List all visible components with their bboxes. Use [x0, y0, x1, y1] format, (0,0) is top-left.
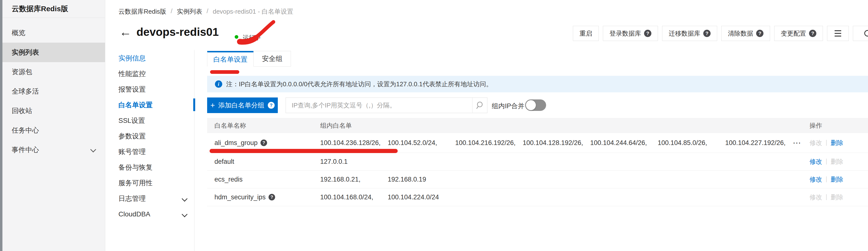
subnav-item-label: 报警设置 [118, 85, 146, 94]
menu-button[interactable] [827, 26, 849, 41]
more-ips-ellipsis[interactable]: ⋯ [793, 141, 802, 145]
sidebar-item[interactable]: 实例列表 [2, 43, 105, 62]
console-page: 云数据库Redis版 概览实例列表资源包全球多活回收站任务中心事件中心 云数据库… [0, 0, 868, 251]
subnav-item[interactable]: CloudDBA [118, 207, 191, 222]
modify-link[interactable]: 修改 [809, 157, 822, 166]
delete-link: 删除 [831, 157, 843, 166]
page-title: devops-redis01 [136, 25, 219, 38]
subnav-item-label: 日志管理 [118, 194, 146, 203]
annotation-tab-underline [210, 70, 239, 74]
help-icon: ? [809, 30, 816, 37]
row-name: ecs_redis [214, 176, 243, 183]
sidebar-item[interactable]: 任务中心 [2, 121, 105, 140]
add-button-label: 添加白名单分组 [218, 101, 265, 109]
plus-icon: + [210, 101, 215, 109]
subnav-item[interactable]: 备份与恢复 [118, 160, 191, 175]
ip-list: 192.168.0.21,192.168.0.19 [320, 176, 455, 183]
column-header-ips: 组内白名单 [320, 121, 352, 130]
sidebar-item[interactable]: 事件中心 [2, 140, 105, 160]
help-icon: ? [644, 30, 651, 37]
sidebar-item[interactable]: 回收站 [2, 101, 105, 121]
header-action-button[interactable]: 重启 [573, 26, 599, 41]
notice-text: 注：IP白名单设置为0.0.0.0/0代表允许所有地址访问，设置为127.0.0… [226, 80, 492, 89]
help-icon: ? [756, 30, 764, 37]
table-header: 白名单名称 组内白名单 操作 [207, 118, 868, 133]
subnav-item[interactable]: SSL设置 [118, 113, 191, 128]
header-action-button[interactable]: 登录数据库? [603, 26, 658, 41]
sidebar-item-label: 回收站 [12, 107, 32, 115]
subnav-item-label: 参数设置 [118, 132, 146, 141]
subnav-item[interactable]: 参数设置 [118, 128, 191, 144]
chevron-down-icon [90, 147, 96, 152]
sidebar-item[interactable]: 概览 [2, 23, 105, 43]
row-actions: 修改|删除 [809, 193, 843, 201]
column-header-name: 白名单名称 [214, 121, 246, 130]
subnav-item[interactable]: 实例信息 [118, 51, 191, 66]
subnav-item[interactable]: 服务可用性 [118, 175, 191, 191]
subnav-item-label: 服务可用性 [118, 178, 153, 188]
subnav-item[interactable]: 日志管理 [118, 191, 191, 207]
instance-subnav: 实例信息性能监控报警设置白名单设置SSL设置参数设置账号管理备份与恢复服务可用性… [118, 51, 191, 222]
delete-link[interactable]: 删除 [831, 175, 843, 184]
ip-cell: 100.104.216.192/26, [455, 139, 523, 147]
delete-link: 删除 [831, 193, 843, 201]
search-icon [475, 101, 484, 109]
action-separator: | [826, 157, 827, 166]
subnav-item-label: 备份与恢复 [118, 163, 153, 172]
merge-ip-toggle[interactable] [525, 99, 546, 111]
merge-toggle-label: 组内IP合并 [492, 102, 524, 111]
breadcrumb-separator: / [207, 7, 208, 16]
action-separator: | [826, 193, 827, 201]
sidebar-item[interactable]: 资源包 [2, 62, 105, 82]
refresh-button[interactable] [853, 26, 868, 41]
back-arrow-icon[interactable]: ← [119, 26, 132, 38]
header-action-label: 重启 [580, 29, 592, 38]
toggle-knob [526, 100, 536, 110]
ip-cell: 100.104.236.128/26, [320, 139, 388, 147]
subnav-active-indicator [193, 98, 195, 111]
subnav-item[interactable]: 性能监控 [118, 66, 191, 82]
window-edge [0, 0, 2, 251]
whitelist-group-name: default [214, 158, 234, 165]
subnav-item[interactable]: 账号管理 [118, 144, 191, 160]
sidebar-item[interactable]: 全球多活 [2, 82, 105, 101]
header-action-button[interactable]: 变更配置? [774, 26, 823, 41]
row-name: default [214, 158, 234, 165]
sidebar-item-label: 实例列表 [12, 49, 39, 56]
ip-search-box [286, 97, 487, 113]
annotation-status-swoosh [237, 19, 279, 46]
sidebar-title: 云数据库Redis版 [2, 0, 105, 18]
ip-list: 127.0.0.1 [320, 158, 388, 165]
modify-link: 修改 [809, 139, 822, 147]
add-whitelist-group-button[interactable]: + 添加白名单分组 ? [207, 97, 278, 113]
row-actions: 修改|删除 [809, 139, 843, 147]
ip-cell: 192.168.0.19 [388, 176, 455, 183]
ip-cell: 100.104.128.192/26, [523, 139, 590, 147]
table-body: ali_dms_group?100.104.236.128/26,100.104… [207, 133, 868, 206]
tab-active[interactable]: 白名单设置 [207, 51, 254, 66]
help-icon[interactable]: ? [260, 139, 267, 146]
tab[interactable]: 安全组 [253, 51, 291, 66]
table-row: default127.0.0.1修改|删除 [207, 153, 868, 170]
help-icon[interactable]: ? [269, 194, 275, 200]
annotation-row-underline [210, 149, 398, 153]
search-button[interactable] [472, 98, 487, 113]
sidebar-item-label: 任务中心 [12, 126, 39, 134]
subnav-item-label: 实例信息 [118, 54, 146, 63]
header-action-button[interactable]: 迁移数据库? [662, 26, 717, 41]
subnav-item-label: 账号管理 [118, 147, 146, 156]
breadcrumb-item[interactable]: 云数据库Redis版 [118, 7, 166, 16]
modify-link: 修改 [809, 193, 822, 201]
header-action-button[interactable]: 清除数据? [721, 26, 770, 41]
breadcrumb-item[interactable]: 实例列表 [177, 7, 202, 16]
hamburger-icon [835, 30, 841, 36]
delete-link[interactable]: 删除 [831, 139, 843, 147]
sidebar-nav: 概览实例列表资源包全球多活回收站任务中心事件中心 [2, 18, 105, 160]
subnav-item[interactable]: 白名单设置 [118, 97, 191, 113]
modify-link[interactable]: 修改 [809, 175, 822, 184]
row-actions: 修改|删除 [809, 175, 843, 184]
ip-search-input[interactable] [286, 98, 472, 113]
product-sidebar: 云数据库Redis版 概览实例列表资源包全球多活回收站任务中心事件中心 [2, 0, 105, 251]
sidebar-item-label: 事件中心 [12, 146, 39, 154]
subnav-item[interactable]: 报警设置 [118, 82, 191, 97]
